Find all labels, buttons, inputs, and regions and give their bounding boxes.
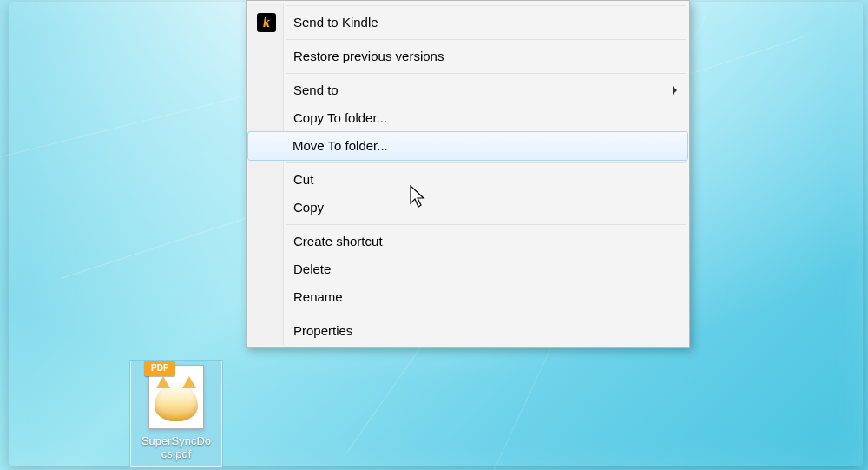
submenu-arrow-icon (673, 86, 677, 95)
menu-item-label: Send to Kindle (293, 15, 378, 30)
menu-item-label: Copy To folder... (293, 110, 387, 125)
menu-item-cut[interactable]: Cut (248, 166, 687, 194)
menu-item-label: Copy (293, 200, 324, 215)
file-label: SuperSyncDo cs.pdf (133, 434, 220, 460)
context-menu: k Send to Kindle Restore previous versio… (246, 0, 690, 348)
menu-item-label: Rename (293, 289, 343, 304)
menu-item-label: Send to (293, 83, 339, 97)
menu-item-move-to-folder[interactable]: Move To folder... (247, 131, 688, 161)
desktop-file[interactable]: PDF SuperSyncDo cs.pdf (130, 361, 222, 467)
menu-item-delete[interactable]: Delete (248, 255, 687, 283)
menu-item-label: Create shortcut (293, 234, 383, 248)
menu-item-label: Properties (293, 323, 352, 338)
menu-separator (286, 73, 686, 74)
menu-separator (286, 162, 686, 163)
menu-separator (286, 39, 686, 40)
file-thumbnail: PDF (148, 365, 204, 429)
menu-separator (286, 5, 686, 6)
menu-item-label: Restore previous versions (293, 49, 444, 63)
kindle-icon: k (257, 13, 276, 32)
pdf-badge-icon: PDF (144, 361, 175, 376)
foxit-icon (155, 383, 198, 421)
menu-item-send-to-kindle[interactable]: k Send to Kindle (248, 9, 687, 36)
menu-item-label: Move To folder... (293, 138, 388, 153)
menu-item-label: Cut (293, 172, 313, 187)
menu-item-send-to[interactable]: Send to (248, 76, 687, 104)
menu-item-properties[interactable]: Properties (248, 317, 687, 345)
menu-item-label: Delete (293, 261, 331, 276)
menu-item-copy-to-folder[interactable]: Copy To folder... (248, 104, 687, 132)
menu-item-copy[interactable]: Copy (248, 194, 687, 222)
menu-item-create-shortcut[interactable]: Create shortcut (248, 228, 687, 255)
menu-separator (286, 314, 686, 314)
menu-item-rename[interactable]: Rename (248, 283, 687, 311)
menu-separator (286, 224, 686, 225)
menu-item-restore-previous-versions[interactable]: Restore previous versions (248, 43, 687, 70)
desktop-background: PDF SuperSyncDo cs.pdf k Send to Kindle … (0, 0, 868, 470)
